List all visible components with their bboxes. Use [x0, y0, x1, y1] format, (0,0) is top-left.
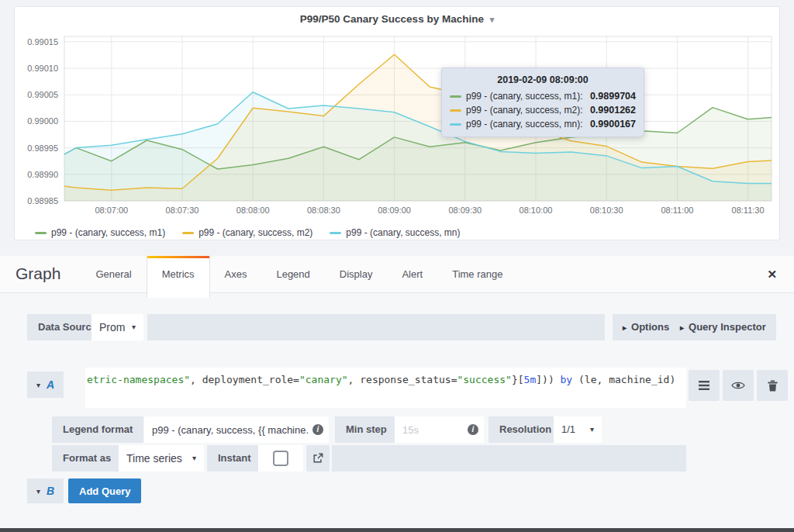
query-ref-id-b: B	[47, 485, 54, 497]
query-ref-id-a: A	[47, 378, 54, 391]
data-source-select[interactable]: Prom ▾	[91, 314, 143, 340]
svg-text:08:07:30: 08:07:30	[166, 206, 199, 215]
menu-icon	[698, 380, 710, 391]
caret-down-icon: ▾	[36, 381, 40, 389]
legend-item-label: p99 - (canary, success, mn)	[346, 227, 460, 238]
tab-general[interactable]: General	[81, 256, 146, 292]
legend-item[interactable]: p99 - (canary, success, m1)	[35, 227, 165, 238]
close-editor-icon[interactable]: ✕	[767, 256, 794, 292]
caret-right-icon: ▸	[623, 323, 627, 332]
svg-text:0.99005: 0.99005	[27, 90, 58, 99]
panel-title-menu[interactable]: P99/P50 Canary Success by Machine ▾	[15, 13, 779, 25]
svg-text:08:11:00: 08:11:00	[661, 206, 693, 215]
svg-text:0.98985: 0.98985	[27, 196, 58, 206]
panel-menu-caret-icon: ▾	[490, 15, 495, 24]
svg-text:08:11:30: 08:11:30	[732, 206, 765, 215]
timeseries-chart: 0.990150.990100.990050.990000.989950.989…	[19, 32, 776, 218]
tab-alert[interactable]: Alert	[387, 256, 437, 292]
format-row-filler-bar	[332, 445, 686, 472]
resolution-select[interactable]: 1/1 ▾	[554, 416, 602, 443]
panel-editor-tabbar: Graph GeneralMetricsAxesLegendDisplayAle…	[0, 256, 794, 293]
caret-down-icon: ▾	[192, 445, 196, 472]
svg-text:0.99010: 0.99010	[27, 64, 58, 73]
info-icon: i	[312, 424, 323, 435]
legend-item-label: p99 - (canary, success, m1)	[51, 227, 165, 238]
panel-editor-tabs: GeneralMetricsAxesLegendDisplayAlertTime…	[81, 256, 517, 292]
svg-text:08:07:00: 08:07:00	[95, 206, 128, 215]
svg-text:08:10:30: 08:10:30	[590, 206, 623, 215]
tooltip-timestamp: 2019-02-09 08:09:00	[450, 74, 636, 85]
svg-text:08:09:00: 08:09:00	[378, 206, 411, 215]
svg-text:0.98995: 0.98995	[27, 143, 58, 153]
svg-text:0.98990: 0.98990	[27, 170, 58, 179]
add-query-button[interactable]: Add Query	[68, 478, 141, 503]
instant-label: Instant	[207, 445, 262, 472]
info-icon: i	[468, 424, 478, 435]
svg-text:0.99015: 0.99015	[27, 37, 58, 47]
tooltip-series-row: p99 - (canary, success, mn):0.9900167	[450, 119, 636, 130]
caret-down-icon: ▾	[590, 416, 594, 443]
options-button-label: Options	[631, 321, 669, 333]
data-source-help-bar	[147, 314, 605, 340]
format-as-label: Format as	[52, 445, 122, 472]
legend-color-dash	[182, 232, 194, 234]
tab-display[interactable]: Display	[325, 256, 388, 292]
grafana-panel-editor: P99/P50 Canary Success by Machine ▾ 0.99…	[0, 0, 794, 532]
instant-checkbox-wrap	[258, 445, 303, 472]
query-delete-button[interactable]	[757, 370, 788, 401]
resolution-value: 1/1	[561, 416, 575, 443]
eye-icon	[731, 380, 745, 391]
tooltip-rows: p99 - (canary, success, m1):0.9899704p99…	[450, 91, 636, 130]
tab-metrics[interactable]: Metrics	[147, 256, 210, 298]
format-as-value: Time series	[126, 445, 182, 472]
legend-item[interactable]: p99 - (canary, success, mn)	[330, 227, 460, 238]
query-disable-button[interactable]	[723, 370, 754, 401]
format-as-select[interactable]: Time series ▾	[119, 445, 204, 472]
legend-item-label: p99 - (canary, success, m2)	[198, 227, 312, 238]
legend-item[interactable]: p99 - (canary, success, m2)	[182, 227, 312, 238]
min-step-inputwrap: i	[395, 416, 484, 443]
caret-down-icon: ▾	[132, 314, 136, 340]
svg-text:08:08:00: 08:08:00	[236, 206, 270, 215]
svg-text:08:08:30: 08:08:30	[307, 206, 340, 215]
query-inspector-button[interactable]: ▸Query Inspector	[670, 314, 776, 340]
trash-icon	[768, 380, 778, 392]
legend-format-input[interactable]	[144, 416, 329, 443]
tooltip-series-row: p99 - (canary, success, m2):0.9901262	[450, 105, 636, 116]
graph-legend: p99 - (canary, success, m1)p99 - (canary…	[35, 227, 461, 238]
legend-format-inputwrap: i	[144, 416, 329, 443]
share-query-button[interactable]	[306, 445, 330, 472]
legend-color-dash	[330, 232, 341, 234]
panel-type-title: Graph	[0, 256, 81, 292]
graph-tooltip: 2019-02-09 08:09:00 p99 - (canary, succe…	[441, 67, 644, 137]
data-source-value: Prom	[99, 314, 125, 340]
svg-text:08:09:30: 08:09:30	[448, 206, 482, 215]
instant-checkbox[interactable]	[273, 451, 288, 466]
min-step-label: Min step	[335, 416, 398, 443]
tab-legend[interactable]: Legend	[261, 256, 324, 292]
graph-panel: P99/P50 Canary Success by Machine ▾ 0.99…	[14, 6, 780, 240]
caret-right-icon: ▸	[680, 323, 684, 332]
legend-format-label: Legend format	[52, 416, 143, 443]
caret-down-icon: ▾	[36, 487, 40, 496]
resolution-label: Resolution	[488, 416, 562, 443]
svg-text:0.99000: 0.99000	[27, 116, 58, 126]
tab-axes[interactable]: Axes	[210, 256, 262, 292]
svg-text:08:10:00: 08:10:00	[520, 206, 553, 215]
panel-title: P99/P50 Canary Success by Machine	[300, 13, 484, 25]
share-icon	[312, 453, 323, 464]
query-a-collapse-toggle[interactable]: ▾ A	[27, 371, 64, 398]
legend-color-dash	[35, 232, 47, 234]
query-inspector-button-label: Query Inspector	[689, 321, 766, 333]
tab-time-range[interactable]: Time range	[437, 256, 517, 292]
query-expression-field[interactable]: etric-namespaces", deployment_role="cana…	[85, 368, 686, 408]
tooltip-series-row: p99 - (canary, success, m1):0.9899704	[450, 91, 636, 102]
query-menu-button[interactable]	[689, 370, 720, 401]
bottom-divider-bar	[0, 528, 794, 532]
query-b-collapse-toggle[interactable]: ▾ B	[27, 478, 64, 503]
